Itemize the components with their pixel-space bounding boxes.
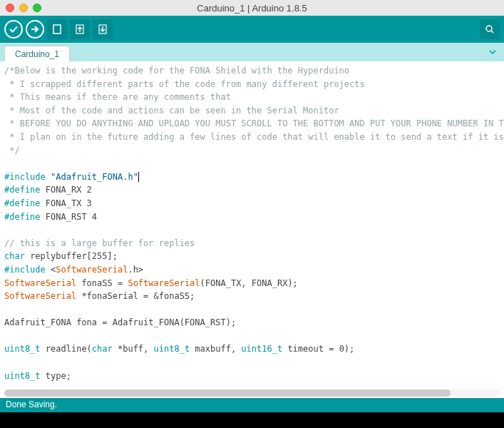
verify-button[interactable]	[4, 20, 23, 39]
tab-active[interactable]: Carduino_1	[4, 46, 70, 61]
status-text: Done Saving.	[6, 399, 57, 409]
code-editor[interactable]: /*Below is the working code for the FONA…	[0, 61, 504, 398]
window-titlebar: Carduino_1 | Arduino 1.8.5	[0, 0, 504, 16]
tab-bar: Carduino_1	[0, 43, 504, 61]
horizontal-scrollbar[interactable]	[4, 389, 500, 397]
arrow-down-icon	[97, 24, 108, 35]
open-button[interactable]	[70, 19, 90, 39]
tab-menu-button[interactable]	[485, 48, 500, 56]
chevron-down-icon	[488, 48, 497, 56]
new-button[interactable]	[47, 19, 67, 39]
magnify-icon	[484, 24, 495, 35]
window-title: Carduino_1 | Arduino 1.8.5	[0, 3, 504, 14]
check-icon	[9, 24, 19, 34]
status-bar: Done Saving.	[0, 398, 504, 412]
svg-rect-0	[53, 25, 61, 34]
serial-monitor-button[interactable]	[480, 19, 500, 39]
save-button[interactable]	[93, 19, 113, 39]
console-area	[0, 412, 504, 428]
toolbar	[0, 16, 504, 43]
upload-button[interactable]	[26, 20, 44, 39]
arrow-right-icon	[30, 24, 40, 34]
scrollbar-thumb[interactable]	[4, 389, 451, 397]
svg-point-3	[486, 26, 492, 31]
arrow-up-icon	[74, 24, 86, 35]
file-icon	[51, 24, 63, 35]
